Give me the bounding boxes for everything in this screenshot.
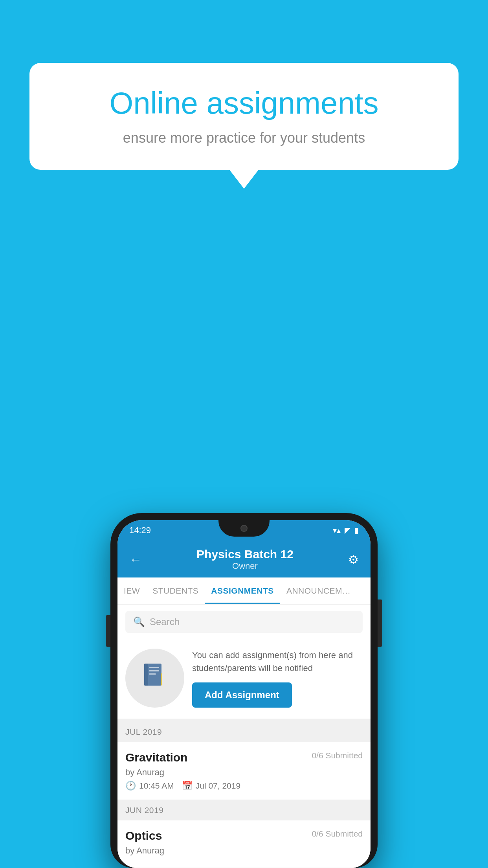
section-header-jul: JUL 2019 — [117, 722, 371, 742]
assignment-name-gravitation: Gravitation — [125, 751, 187, 764]
status-time: 14:29 — [129, 525, 151, 535]
time-detail: 🕐 10:45 AM — [125, 781, 174, 791]
assignment-details-gravitation: 🕐 10:45 AM 📅 Jul 07, 2019 — [125, 781, 363, 791]
assignment-submitted-optics: 0/6 Submitted — [312, 829, 363, 839]
notebook-icon — [141, 662, 169, 695]
status-icons: ▾▴ ◤ ▮ — [333, 526, 359, 535]
svg-rect-1 — [144, 664, 148, 686]
speech-bubble-container: Online assignments ensure more practice … — [29, 63, 459, 170]
assignment-by-optics: by Anurag — [125, 846, 363, 856]
assignment-gravitation[interactable]: Gravitation 0/6 Submitted by Anurag 🕐 10… — [117, 742, 371, 800]
assignment-promo: You can add assignment(s) from here and … — [117, 639, 371, 722]
tab-announcements[interactable]: ANNOUNCEM… — [280, 577, 357, 604]
assignment-submitted-gravitation: 0/6 Submitted — [312, 751, 363, 760]
battery-icon: ▮ — [354, 526, 359, 535]
tab-overview[interactable]: IEW — [117, 577, 146, 604]
phone-mockup: 14:29 ▾▴ ◤ ▮ ← Physics Batch 12 Owner ⚙ — [110, 513, 378, 868]
phone-screen: 14:29 ▾▴ ◤ ▮ ← Physics Batch 12 Owner ⚙ — [117, 520, 371, 868]
search-container: 🔍 Search — [117, 605, 371, 639]
section-header-jun: JUN 2019 — [117, 800, 371, 820]
signal-icon: ◤ — [345, 526, 350, 535]
search-input-placeholder[interactable]: Search — [150, 616, 180, 627]
svg-rect-4 — [149, 673, 156, 675]
phone-notch — [218, 520, 270, 537]
calendar-icon: 📅 — [182, 781, 193, 791]
add-assignment-button[interactable]: Add Assignment — [192, 682, 292, 708]
header-title: Physics Batch 12 — [142, 548, 348, 561]
section-label-jun: JUN 2019 — [125, 805, 163, 815]
phone-outer: 14:29 ▾▴ ◤ ▮ ← Physics Batch 12 Owner ⚙ — [110, 513, 378, 868]
settings-button[interactable]: ⚙ — [348, 553, 359, 566]
promo-description: You can add assignment(s) from here and … — [192, 649, 363, 675]
speech-bubble: Online assignments ensure more practice … — [29, 63, 459, 170]
speech-bubble-subtitle: ensure more practice for your students — [57, 130, 431, 146]
tab-assignments[interactable]: ASSIGNMENTS — [205, 577, 280, 604]
header-center: Physics Batch 12 Owner — [142, 548, 348, 571]
section-label-jul: JUL 2019 — [125, 727, 162, 736]
assignment-name-optics: Optics — [125, 829, 162, 842]
clock-icon: 🕐 — [125, 781, 136, 791]
tabs-container: IEW STUDENTS ASSIGNMENTS ANNOUNCEM… — [117, 577, 371, 605]
promo-right: You can add assignment(s) from here and … — [192, 649, 363, 708]
app-header: ← Physics Batch 12 Owner ⚙ — [117, 541, 371, 577]
assignment-date: Jul 07, 2019 — [196, 781, 240, 791]
speech-bubble-title: Online assignments — [57, 86, 431, 120]
search-icon: 🔍 — [133, 616, 145, 627]
wifi-icon: ▾▴ — [333, 526, 341, 535]
assignment-top-row-optics: Optics 0/6 Submitted — [125, 829, 363, 842]
svg-rect-5 — [161, 673, 162, 684]
assignment-top-row: Gravitation 0/6 Submitted — [125, 751, 363, 764]
promo-icon-circle — [125, 649, 184, 708]
date-detail: 📅 Jul 07, 2019 — [182, 781, 240, 791]
assignment-time: 10:45 AM — [139, 781, 174, 791]
back-button[interactable]: ← — [129, 552, 142, 567]
svg-rect-3 — [149, 670, 159, 671]
camera-sensor — [240, 525, 248, 532]
svg-rect-2 — [149, 667, 159, 668]
assignment-by-gravitation: by Anurag — [125, 767, 363, 778]
tab-students[interactable]: STUDENTS — [146, 577, 205, 604]
header-subtitle: Owner — [142, 561, 348, 571]
search-bar[interactable]: 🔍 Search — [125, 611, 363, 633]
assignment-optics[interactable]: Optics 0/6 Submitted by Anurag — [117, 820, 371, 868]
